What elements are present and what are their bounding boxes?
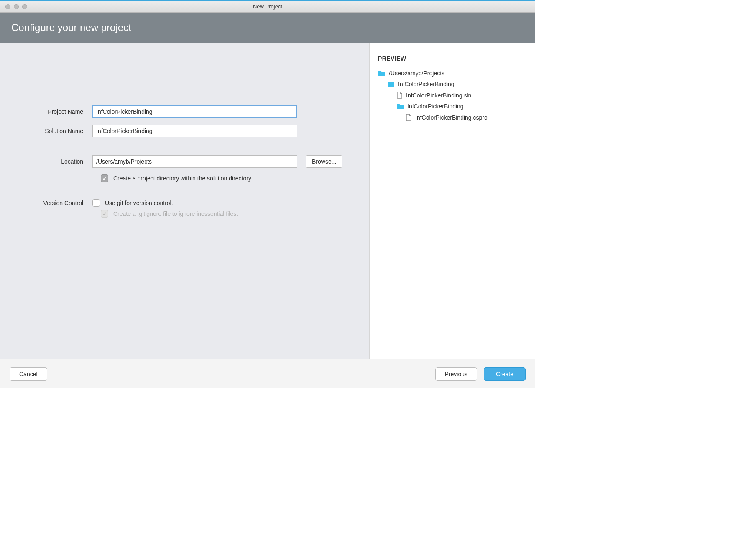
tree-item-label: InfColorPickerBinding.sln — [406, 92, 471, 99]
project-name-label: Project Name: — [17, 108, 92, 115]
location-label: Location: — [17, 158, 92, 165]
dialog-body: Project Name: Solution Name: Location: B… — [0, 43, 535, 359]
location-input[interactable] — [92, 155, 297, 168]
folder-icon — [396, 103, 404, 110]
tree-item-label: InfColorPickerBinding.csproj — [415, 114, 489, 121]
close-window-button[interactable] — [5, 4, 10, 9]
create-directory-label: Create a project directory within the so… — [113, 175, 253, 182]
tree-item: InfColorPickerBinding.sln — [378, 90, 526, 101]
minimize-window-button[interactable] — [14, 4, 19, 9]
tree-item: /Users/amyb/Projects — [378, 68, 526, 79]
dialog-header-title: Configure your new project — [11, 22, 131, 33]
solution-name-input[interactable] — [92, 125, 297, 137]
file-icon — [406, 114, 412, 121]
preview-title: PREVIEW — [378, 55, 526, 62]
tree-item: InfColorPickerBinding — [378, 101, 526, 112]
dialog-header: Configure your new project — [0, 13, 535, 43]
window-title: New Project — [0, 3, 535, 10]
tree-item-label: /Users/amyb/Projects — [389, 70, 444, 77]
use-git-checkbox[interactable] — [92, 199, 100, 207]
divider — [17, 188, 352, 188]
preview-tree: /Users/amyb/ProjectsInfColorPickerBindin… — [378, 68, 526, 123]
titlebar: New Project — [0, 1, 535, 13]
cancel-button[interactable]: Cancel — [10, 367, 47, 381]
project-name-input[interactable] — [92, 105, 297, 118]
use-git-label: Use git for version control. — [105, 200, 173, 206]
gitignore-checkbox — [101, 210, 108, 218]
tree-item: InfColorPickerBinding — [378, 79, 526, 90]
divider — [17, 144, 352, 144]
create-directory-checkbox[interactable] — [101, 174, 108, 182]
version-control-label: Version Control: — [17, 200, 92, 206]
folder-icon — [378, 70, 386, 77]
tree-item-label: InfColorPickerBinding — [407, 103, 464, 110]
tree-item: InfColorPickerBinding.csproj — [378, 112, 526, 123]
tree-item-label: InfColorPickerBinding — [398, 81, 455, 87]
create-button[interactable]: Create — [484, 367, 526, 381]
window-controls — [0, 4, 27, 9]
folder-icon — [387, 81, 395, 87]
browse-button[interactable]: Browse... — [306, 155, 342, 168]
dialog-footer: Cancel Previous Create — [0, 359, 535, 388]
file-icon — [396, 92, 403, 99]
solution-name-label: Solution Name: — [17, 128, 92, 134]
form-panel: Project Name: Solution Name: Location: B… — [0, 43, 370, 359]
gitignore-label: Create a .gitignore file to ignore iness… — [113, 210, 238, 217]
zoom-window-button[interactable] — [22, 4, 27, 9]
previous-button[interactable]: Previous — [435, 367, 477, 381]
preview-panel: PREVIEW /Users/amyb/ProjectsInfColorPick… — [370, 43, 535, 359]
